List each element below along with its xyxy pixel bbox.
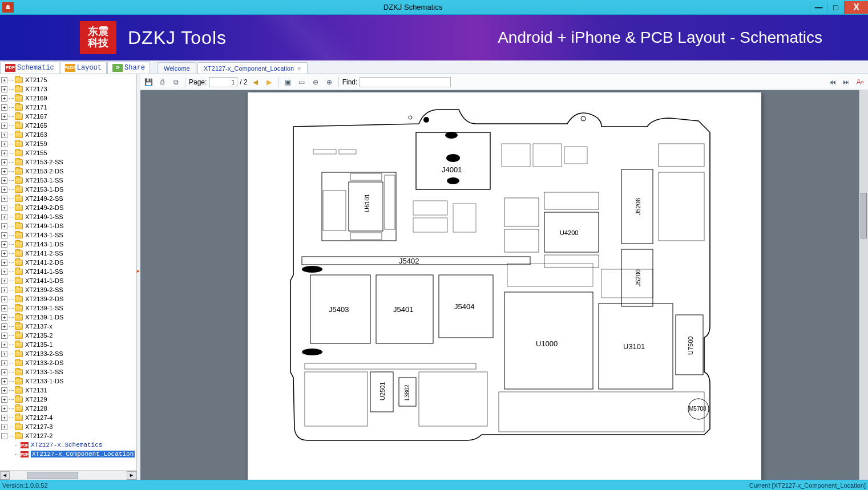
collapse-icon[interactable]: - (1, 433, 7, 439)
tree-folder[interactable]: +XT2141-2-DS (1, 258, 136, 267)
expand-icon[interactable]: + (1, 77, 7, 83)
tree-folder[interactable]: +XT2127-3 (1, 422, 136, 431)
expand-icon[interactable]: + (1, 123, 7, 129)
text-style-icon[interactable]: Aa (854, 76, 866, 88)
tree-folder[interactable]: +XT2153-2-SS (1, 157, 136, 167)
expand-icon[interactable]: + (1, 296, 7, 302)
save-icon[interactable]: 💾 (143, 76, 154, 88)
tree-folder[interactable]: +XT2139-1-SS (1, 303, 136, 313)
tree-folder[interactable]: +XT2139-2-DS (1, 294, 136, 303)
tree-folder[interactable]: +XT2159 (1, 139, 136, 148)
expand-icon[interactable]: + (1, 424, 7, 430)
tree-folder[interactable]: +XT2128 (1, 404, 136, 413)
expand-icon[interactable]: + (1, 141, 7, 147)
expand-icon[interactable]: + (1, 396, 7, 403)
tree-folder[interactable]: +XT2169 (1, 94, 136, 103)
tree-hscroll[interactable]: ◄ ► (0, 470, 136, 480)
tree-folder[interactable]: +XT2149-1-SS (1, 212, 136, 221)
expand-icon[interactable]: + (1, 287, 7, 293)
tree-folder[interactable]: +XT2149-2-DS (1, 203, 136, 212)
tree-folder[interactable]: +XT2127-4 (1, 413, 136, 422)
scroll-left-icon[interactable]: ◄ (0, 471, 10, 480)
expand-icon[interactable]: + (1, 333, 7, 339)
tree-folder[interactable]: +XT2171 (1, 103, 136, 112)
expand-icon[interactable]: + (1, 369, 7, 375)
expand-icon[interactable]: + (1, 150, 7, 156)
tree-folder[interactable]: +XT2129 (1, 395, 136, 404)
tree-folder[interactable]: +XT2139-2-SS (1, 285, 136, 294)
fit-width-icon[interactable]: ▭ (296, 76, 308, 88)
tree-folder-expanded[interactable]: -XT2127-2 (1, 431, 136, 440)
expand-icon[interactable]: + (1, 250, 7, 257)
scroll-right-icon[interactable]: ► (127, 471, 136, 480)
tree-folder[interactable]: +XT2133-2-SS (1, 349, 136, 358)
copy-icon[interactable]: ⧉ (170, 76, 181, 88)
expand-icon[interactable]: + (1, 360, 7, 366)
tree-folder[interactable]: +XT2153-2-DS (1, 167, 136, 176)
tree-folder[interactable]: +XT2133-1-SS (1, 367, 136, 376)
expand-icon[interactable]: + (1, 232, 7, 238)
prev-page-icon[interactable]: ◀ (250, 76, 261, 88)
find-next-icon[interactable]: ⏭ (841, 76, 852, 88)
tree-folder[interactable]: +XT2165 (1, 121, 136, 130)
tree-folder[interactable]: +XT2167 (1, 112, 136, 121)
zoom-out-icon[interactable]: ⊖ (310, 76, 321, 88)
tree-folder[interactable]: +XT2137-x (1, 322, 136, 331)
vscroll-thumb[interactable] (861, 193, 867, 238)
expand-icon[interactable]: + (1, 177, 7, 184)
tree-folder[interactable]: +XT2149-2-SS (1, 194, 136, 203)
tree-folder[interactable]: +XT2141-1-SS (1, 267, 136, 276)
viewer-vscroll[interactable] (859, 90, 868, 480)
expand-icon[interactable]: + (1, 342, 7, 348)
tree-folder[interactable]: +XT2163 (1, 130, 136, 139)
tree-folder[interactable]: +XT2153-1-SS (1, 176, 136, 185)
tree-folder[interactable]: +XT2139-1-DS (1, 313, 136, 322)
expand-icon[interactable]: + (1, 323, 7, 330)
close-button[interactable]: X (844, 1, 868, 14)
tree-folder[interactable]: +XT2173 (1, 84, 136, 94)
expand-icon[interactable]: + (1, 406, 7, 412)
tree-folder[interactable]: +XT2141-1-DS (1, 276, 136, 285)
tree-folder[interactable]: +XT2131 (1, 386, 136, 395)
expand-icon[interactable]: + (1, 305, 7, 311)
expand-icon[interactable]: + (1, 205, 7, 211)
expand-icon[interactable]: + (1, 104, 7, 111)
expand-icon[interactable]: + (1, 387, 7, 394)
expand-icon[interactable]: + (1, 114, 7, 120)
print-icon[interactable]: ⎙ (156, 76, 168, 88)
maximize-button[interactable]: □ (827, 1, 844, 14)
find-input[interactable] (360, 77, 451, 87)
expand-icon[interactable]: + (1, 132, 7, 138)
expand-icon[interactable]: + (1, 278, 7, 284)
tab-schematic[interactable]: PDF Schematic (0, 61, 59, 74)
close-icon[interactable]: × (297, 65, 301, 72)
expand-icon[interactable]: + (1, 415, 7, 421)
tree-folder[interactable]: +XT2143-1-DS (1, 240, 136, 249)
expand-icon[interactable]: + (1, 196, 7, 202)
expand-icon[interactable]: + (1, 159, 7, 165)
tree-file[interactable]: PDFXT2127-x_Schematics (1, 440, 136, 449)
expand-icon[interactable]: + (1, 214, 7, 220)
tab-layout[interactable]: PADS Layout (60, 61, 107, 74)
expand-icon[interactable]: + (1, 351, 7, 357)
tree-folder[interactable]: +XT2141-2-SS (1, 249, 136, 258)
zoom-in-icon[interactable]: ⊕ (324, 76, 335, 88)
expand-icon[interactable]: + (1, 241, 7, 248)
expand-icon[interactable]: + (1, 86, 7, 92)
file-tree[interactable]: +XT2175+XT2173+XT2169+XT2171+XT2167+XT21… (0, 74, 136, 470)
tree-folder[interactable]: +XT2153-1-DS (1, 185, 136, 194)
next-page-icon[interactable]: ▶ (264, 76, 275, 88)
minimize-button[interactable]: — (810, 1, 827, 14)
tree-folder[interactable]: +XT2135-1 (1, 340, 136, 349)
expand-icon[interactable]: + (1, 269, 7, 275)
expand-icon[interactable]: + (1, 168, 7, 175)
fit-page-icon[interactable]: ▣ (282, 76, 294, 88)
pdf-viewer[interactable]: J4001 U6101 J5402 J5403 (140, 90, 868, 480)
expand-icon[interactable]: + (1, 378, 7, 384)
page-input[interactable] (209, 77, 237, 87)
tree-folder[interactable]: +XT2155 (1, 148, 136, 157)
hscroll-thumb[interactable] (27, 472, 78, 479)
expand-icon[interactable]: + (1, 187, 7, 193)
tab-share[interactable]: ⟳ Share (107, 61, 150, 74)
expand-icon[interactable]: + (1, 223, 7, 229)
